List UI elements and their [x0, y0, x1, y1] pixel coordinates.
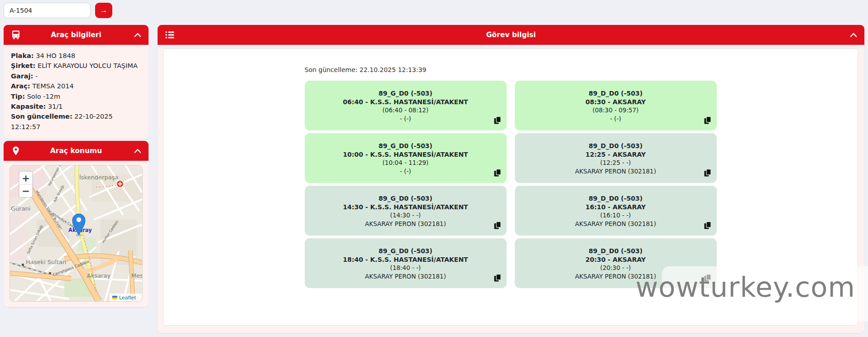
map-zoom-control[interactable]: + −	[19, 171, 33, 197]
vehicle-location-panel: Araç konumu	[4, 141, 149, 307]
trip-line: 89_D_D0 (-503)	[533, 142, 699, 150]
vehicle-info-title: Araç bilgileri	[4, 31, 149, 39]
trip-time-range: (12:25 - -)	[533, 159, 699, 167]
info-field-son-guncelleme: Son güncelleme: 22-10-2025 12:12:57	[11, 111, 141, 132]
search-input[interactable]	[4, 3, 91, 18]
trip-destination: 16:10 - AKSARAY	[533, 203, 699, 212]
copy-icon	[494, 116, 501, 124]
copy-icon	[494, 274, 501, 282]
copy-button[interactable]	[494, 116, 501, 124]
trip-location: - (-)	[323, 115, 489, 123]
copy-button[interactable]	[494, 274, 501, 282]
chevron-up-icon[interactable]	[134, 32, 141, 38]
copy-button[interactable]	[704, 169, 711, 177]
trip-location: AKSARAY PERON (302181)	[323, 220, 489, 228]
info-field-kapasite: Kapasite: 31/1	[11, 101, 141, 111]
trip-destination: 10:00 - K.S.S. HASTANESİ/ATAKENT	[323, 151, 489, 159]
field-value: Solo -12m	[27, 93, 60, 100]
trip-destination: 20:30 - AKSARAY	[533, 256, 699, 264]
trip-card[interactable]: 89_G_D0 (-503) 18:40 - K.S.S. HASTANESİ/…	[305, 238, 507, 288]
task-info-title: Görev bilgisi	[158, 31, 864, 39]
district-label: Haseki Sultan	[26, 259, 66, 265]
district-label: Aksaray	[87, 272, 110, 279]
trip-line: 89_G_D0 (-503)	[323, 247, 489, 255]
trip-destination: 08:30 - AKSARAY	[533, 98, 699, 106]
copy-icon	[494, 169, 501, 177]
map-attribution: Leaflet	[110, 294, 142, 301]
chevron-up-icon[interactable]	[850, 32, 857, 38]
trip-line: 89_G_D0 (-503)	[323, 195, 489, 203]
info-field-sirket: Şirket: ELİT KARAYOLU YOLCU TAŞIMA	[11, 61, 141, 71]
copy-icon	[704, 116, 711, 124]
field-label: Plaka:	[11, 52, 34, 59]
watermark-text: wowturkey.com	[635, 271, 855, 303]
leaflet-map[interactable]: Menderes Vatan Bulvarı Ahmediye Caddesi …	[10, 165, 143, 302]
copy-button[interactable]	[494, 169, 501, 177]
info-field-arac: Araç: TEMSA 2014	[11, 81, 141, 91]
trip-cards-grid: 89_G_D0 (-503) 06:40 - K.S.S. HASTANESİ/…	[305, 81, 717, 288]
copy-icon	[494, 221, 501, 229]
trip-destination: 06:40 - K.S.S. HASTANESİ/ATAKENT	[323, 98, 489, 106]
arrow-right-icon: →	[100, 6, 108, 14]
trip-line: 89_G_D0 (-503)	[323, 142, 489, 150]
trip-destination: 12:25 - AKSARAY	[533, 151, 699, 159]
vehicle-location-title: Araç konumu	[4, 147, 149, 155]
trip-location: AKSARAY PERON (302181)	[533, 220, 699, 228]
page: → Araç bilgileri Plaka: 34 HO 1848 Şirke…	[0, 0, 868, 337]
trip-location: AKSARAY PERON (302181)	[533, 168, 699, 176]
info-field-tip: Tip: Solo -12m	[11, 91, 141, 101]
leaflet-flag-icon	[112, 296, 117, 298]
zoom-out-button[interactable]: −	[22, 186, 30, 197]
trip-destination: 14:30 - K.S.S. HASTANESİ/ATAKENT	[323, 203, 489, 212]
attribution-link[interactable]: Leaflet	[119, 295, 136, 301]
zoom-in-button[interactable]: +	[22, 173, 30, 184]
field-value: 34 HO 1848	[36, 52, 75, 59]
info-field-plaka: Plaka: 34 HO 1848	[11, 51, 141, 61]
task-info-header[interactable]: Görev bilgisi	[158, 25, 864, 45]
trip-time-range: (08:30 - 09:57)	[533, 106, 699, 115]
trip-card[interactable]: 89_D_D0 (-503) 16:10 - AKSARAY (16:10 - …	[515, 186, 717, 236]
trip-line: 89_G_D0 (-503)	[323, 90, 489, 98]
task-last-update: Son güncelleme: 22.10.2025 12:13:39	[305, 66, 717, 73]
district-label: İskenderpaşa	[79, 174, 118, 181]
copy-icon	[704, 221, 711, 229]
vehicle-location-body: Menderes Vatan Bulvarı Ahmediye Caddesi …	[4, 161, 149, 307]
field-label: Kapasite:	[11, 103, 46, 110]
vehicle-location-header[interactable]: Araç konumu	[4, 141, 149, 161]
copy-icon	[704, 169, 711, 177]
chevron-up-icon[interactable]	[134, 148, 141, 154]
trip-destination: 18:40 - K.S.S. HASTANESİ/ATAKENT	[323, 256, 489, 264]
copy-button[interactable]	[704, 116, 711, 124]
field-value: TEMSA 2014	[32, 82, 73, 90]
info-field-garaj: Garaj: -	[11, 71, 141, 81]
copy-button[interactable]	[704, 221, 711, 229]
trip-card[interactable]: 89_G_D0 (-503) 10:00 - K.S.S. HASTANESİ/…	[305, 133, 507, 183]
trip-card[interactable]: 89_G_D0 (-503) 14:30 - K.S.S. HASTANESİ/…	[305, 186, 507, 236]
trip-location: - (-)	[533, 115, 699, 123]
trip-card[interactable]: 89_G_D0 (-503) 06:40 - K.S.S. HASTANESİ/…	[305, 81, 507, 130]
vehicle-info-panel: Araç bilgileri Plaka: 34 HO 1848 Şirket:…	[4, 25, 149, 139]
poi-hospital-icon	[117, 181, 124, 188]
copy-button[interactable]	[494, 221, 501, 229]
trip-line: 89_D_D0 (-503)	[533, 247, 699, 255]
vehicle-info-body: Plaka: 34 HO 1848 Şirket: ELİT KARAYOLU …	[4, 45, 149, 139]
trip-card[interactable]: 89_D_D0 (-503) 08:30 - AKSARAY (08:30 - …	[515, 81, 717, 130]
trip-time-range: (14:30 - -)	[323, 212, 489, 220]
field-value: 31/1	[48, 103, 63, 110]
trip-time-range: (10:04 - 11:29)	[323, 159, 489, 167]
trip-location: - (-)	[323, 168, 489, 176]
district-label: Gürani	[11, 205, 30, 212]
field-label: Tip:	[11, 93, 25, 100]
search-submit-button[interactable]: →	[95, 3, 112, 18]
trip-card[interactable]: 89_D_D0 (-503) 12:25 - AKSARAY (12:25 - …	[515, 133, 717, 183]
trip-line: 89_D_D0 (-503)	[533, 195, 699, 203]
vehicle-info-header[interactable]: Araç bilgileri	[4, 25, 149, 45]
trip-time-range: (16:10 - -)	[533, 212, 699, 220]
field-label: Garaj:	[11, 72, 33, 80]
field-label: Araç:	[11, 82, 30, 90]
trip-location: AKSARAY PERON (302181)	[323, 273, 489, 281]
trip-line: 89_D_D0 (-503)	[533, 90, 699, 98]
district-label: Mesi	[131, 272, 142, 279]
trip-time-range: (18:40 - -)	[323, 264, 489, 272]
field-value: -	[35, 72, 38, 80]
